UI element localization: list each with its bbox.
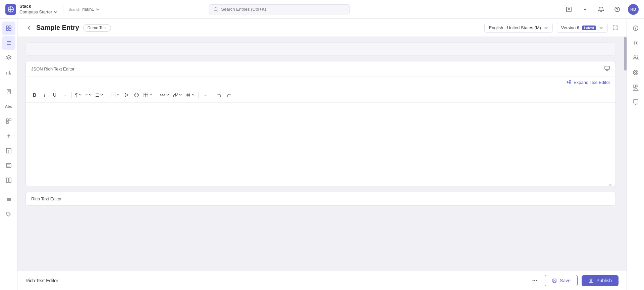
more-format-button[interactable]: ··· <box>60 90 69 100</box>
sidebar-item-chart[interactable] <box>2 66 15 79</box>
align-button[interactable]: ≡ <box>84 90 93 100</box>
entry-badge[interactable]: Demo Test <box>83 24 111 32</box>
bottom-actions: Save Publish <box>529 275 619 287</box>
right-shapes-icon[interactable] <box>629 81 642 94</box>
rich-text-editor-card: Rich Text Editor <box>25 192 616 206</box>
search-bar[interactable] <box>209 4 350 14</box>
list-button[interactable]: ☰ <box>94 90 105 100</box>
right-radio-icon[interactable] <box>629 66 642 79</box>
svg-point-3 <box>214 7 217 10</box>
play-icon <box>124 92 129 98</box>
svg-point-62 <box>536 280 537 281</box>
publish-button[interactable]: Publish <box>582 275 619 286</box>
avatar: RD <box>628 4 639 15</box>
branch-selector[interactable]: Branch main1 <box>69 7 100 12</box>
svg-rect-26 <box>6 122 8 124</box>
sidebar-item-list[interactable] <box>2 36 15 50</box>
italic-button[interactable]: I <box>40 90 49 100</box>
sidebar-item-layers[interactable] <box>2 51 15 64</box>
sidebar-item-settings[interactable] <box>2 193 15 206</box>
paragraph-button[interactable]: ¶ <box>74 90 83 100</box>
chevron-down-icon[interactable] <box>580 4 590 15</box>
bottom-bar: Rich Text Editor Save Publish <box>17 271 627 290</box>
right-settings-icon[interactable] <box>629 36 642 50</box>
toolbar-sep-1 <box>71 92 72 98</box>
redo-button[interactable] <box>224 90 234 100</box>
bold-button[interactable]: B <box>30 90 39 100</box>
svg-rect-5 <box>567 7 571 12</box>
svg-point-61 <box>534 280 535 281</box>
sidebar-item-document[interactable] <box>2 85 15 98</box>
svg-marker-75 <box>633 88 638 90</box>
locale-selector[interactable]: English - United States (M) <box>484 23 552 33</box>
emoji-button[interactable] <box>132 90 141 100</box>
editor-area: JSON Rich Text Editor Expand Text Editor <box>17 37 627 271</box>
editor-scroll[interactable]: JSON Rich Text Editor Expand Text Editor <box>17 37 624 271</box>
right-people-icon[interactable] <box>629 51 642 64</box>
sidebar-item-component[interactable] <box>2 114 15 128</box>
toolbar-sep-3 <box>156 92 156 98</box>
logo[interactable]: Stack Compass Starter <box>5 4 58 15</box>
toolbar-sep-5 <box>212 92 212 98</box>
right-chat-icon[interactable] <box>629 95 642 109</box>
more-options-bottom-button[interactable] <box>529 275 541 287</box>
save-icon <box>552 278 557 283</box>
json-rte-content[interactable] <box>26 103 615 183</box>
right-info-icon[interactable] <box>629 21 642 35</box>
vertical-scrollbar[interactable] <box>624 37 627 271</box>
sidebar-item-grid[interactable] <box>2 174 15 187</box>
bell-icon[interactable] <box>596 4 606 15</box>
media-button[interactable] <box>122 90 131 100</box>
svg-rect-35 <box>6 178 8 183</box>
more-options-button[interactable]: ··· <box>201 90 210 100</box>
header-right: English - United States (M) Version 6 La… <box>484 23 619 33</box>
scrollbar-thumb[interactable] <box>624 37 627 70</box>
svg-point-60 <box>533 280 534 281</box>
comment-icon[interactable] <box>604 65 610 72</box>
entry-title: Sample Entry <box>36 24 79 32</box>
svg-rect-13 <box>9 29 11 31</box>
sidebar-item-tag[interactable] <box>2 207 15 221</box>
code-button[interactable]: </> <box>158 90 171 100</box>
logo-icon <box>5 4 16 15</box>
emoji-icon <box>134 92 139 98</box>
bookmark-icon[interactable] <box>564 4 574 15</box>
rich-text-bottom-label: Rich Text Editor <box>25 278 58 283</box>
table-button[interactable] <box>142 90 154 100</box>
svg-point-48 <box>136 94 136 95</box>
svg-point-49 <box>137 94 138 95</box>
sidebar-item-dashboard[interactable] <box>2 21 15 35</box>
svg-point-9 <box>617 11 618 11</box>
fullscreen-button[interactable] <box>612 25 619 31</box>
sidebar-item-upload[interactable] <box>2 129 15 143</box>
rich-text-editor-label: Rich Text Editor <box>31 196 62 201</box>
link-button[interactable] <box>171 90 183 100</box>
sidebar-item-text[interactable]: Abc <box>2 100 15 113</box>
nav-divider <box>63 5 63 13</box>
underline-button[interactable]: U <box>50 90 59 100</box>
rte-resize-handle[interactable] <box>26 183 615 186</box>
sidebar-item-layout[interactable] <box>2 144 15 157</box>
sidebar-item-form[interactable] <box>2 159 15 172</box>
help-icon[interactable] <box>612 4 623 15</box>
hash-button[interactable] <box>184 90 196 100</box>
svg-point-33 <box>7 164 7 165</box>
svg-rect-50 <box>144 93 148 97</box>
svg-rect-12 <box>6 29 8 31</box>
undo-button[interactable] <box>214 90 224 100</box>
sidebar-divider-1 <box>4 82 14 82</box>
search-input[interactable] <box>221 7 345 12</box>
insert-button[interactable] <box>109 90 121 100</box>
back-button[interactable] <box>25 25 32 31</box>
svg-rect-73 <box>633 85 636 87</box>
svg-point-69 <box>635 42 637 44</box>
version-selector[interactable]: Version 6 Latest <box>557 23 608 33</box>
toolbar-sep-4 <box>198 92 199 98</box>
svg-point-71 <box>633 70 638 75</box>
expand-text-editor-button[interactable]: Expand Text Editor <box>26 77 615 88</box>
link-icon <box>173 92 178 98</box>
expand-icon <box>566 80 572 85</box>
toolbar-sep-2 <box>107 92 107 98</box>
save-button[interactable]: Save <box>545 275 578 286</box>
svg-rect-11 <box>9 26 11 28</box>
